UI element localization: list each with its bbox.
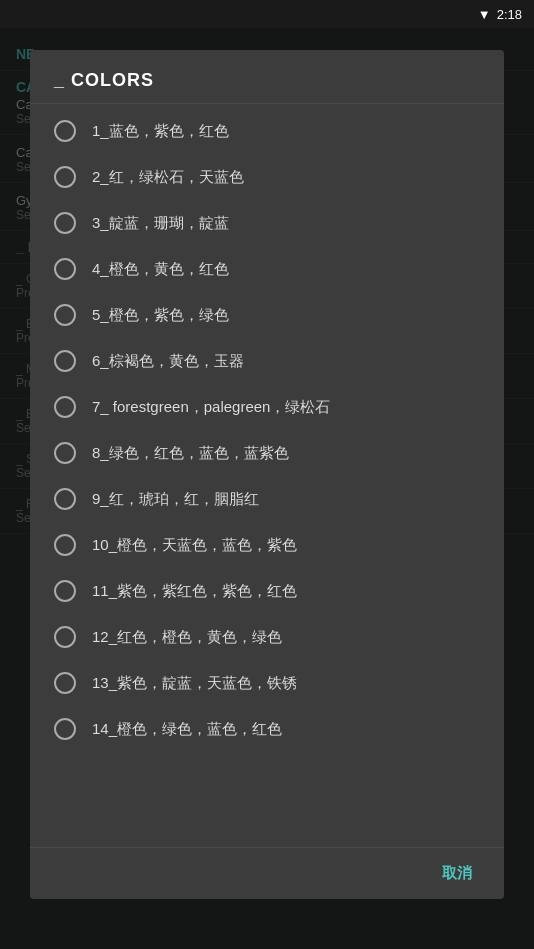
radio-button[interactable] — [54, 350, 76, 372]
color-item-label: 4_橙色，黄色，红色 — [92, 259, 229, 279]
radio-button[interactable] — [54, 258, 76, 280]
color-item-label: 7_ forestgreen，palegreen，绿松石 — [92, 397, 330, 417]
radio-button[interactable] — [54, 442, 76, 464]
color-list-item[interactable]: 7_ forestgreen，palegreen，绿松石 — [30, 384, 504, 430]
color-item-label: 10_橙色，天蓝色，蓝色，紫色 — [92, 535, 297, 555]
color-item-label: 8_绿色，红色，蓝色，蓝紫色 — [92, 443, 289, 463]
cancel-button[interactable]: 取消 — [434, 860, 480, 887]
color-list[interactable]: 1_蓝色，紫色，红色2_红，绿松石，天蓝色3_靛蓝，珊瑚，靛蓝4_橙色，黄色，红… — [30, 104, 504, 847]
color-item-label: 6_棕褐色，黄色，玉器 — [92, 351, 244, 371]
status-bar: ▼ 2:18 — [0, 0, 534, 28]
status-icons: ▼ 2:18 — [478, 7, 522, 22]
radio-button[interactable] — [54, 534, 76, 556]
radio-button[interactable] — [54, 672, 76, 694]
color-list-item[interactable]: 14_橙色，绿色，蓝色，红色 — [30, 706, 504, 752]
color-item-label: 5_橙色，紫色，绿色 — [92, 305, 229, 325]
dialog-title: _ COLORS — [30, 50, 504, 104]
color-item-label: 3_靛蓝，珊瑚，靛蓝 — [92, 213, 229, 233]
color-list-item[interactable]: 2_红，绿松石，天蓝色 — [30, 154, 504, 200]
color-list-item[interactable]: 12_红色，橙色，黄色，绿色 — [30, 614, 504, 660]
color-picker-dialog: _ COLORS 1_蓝色，紫色，红色2_红，绿松石，天蓝色3_靛蓝，珊瑚，靛蓝… — [30, 50, 504, 899]
time-display: 2:18 — [497, 7, 522, 22]
color-list-item[interactable]: 5_橙色，紫色，绿色 — [30, 292, 504, 338]
color-list-item[interactable]: 8_绿色，红色，蓝色，蓝紫色 — [30, 430, 504, 476]
color-list-item[interactable]: 9_红，琥珀，红，胭脂红 — [30, 476, 504, 522]
radio-button[interactable] — [54, 626, 76, 648]
wifi-icon: ▼ — [478, 7, 491, 22]
radio-button[interactable] — [54, 396, 76, 418]
color-item-label: 12_红色，橙色，黄色，绿色 — [92, 627, 282, 647]
color-list-item[interactable]: 3_靛蓝，珊瑚，靛蓝 — [30, 200, 504, 246]
color-item-label: 9_红，琥珀，红，胭脂红 — [92, 489, 259, 509]
color-list-item[interactable]: 6_棕褐色，黄色，玉器 — [30, 338, 504, 384]
color-list-item[interactable]: 13_紫色，靛蓝，天蓝色，铁锈 — [30, 660, 504, 706]
color-item-label: 11_紫色，紫红色，紫色，红色 — [92, 581, 297, 601]
color-item-label: 13_紫色，靛蓝，天蓝色，铁锈 — [92, 673, 297, 693]
color-item-label: 1_蓝色，紫色，红色 — [92, 121, 229, 141]
radio-button[interactable] — [54, 120, 76, 142]
color-list-item[interactable]: 1_蓝色，紫色，红色 — [30, 108, 504, 154]
color-list-item[interactable]: 11_紫色，紫红色，紫色，红色 — [30, 568, 504, 614]
radio-button[interactable] — [54, 166, 76, 188]
radio-button[interactable] — [54, 212, 76, 234]
radio-button[interactable] — [54, 718, 76, 740]
color-item-label: 14_橙色，绿色，蓝色，红色 — [92, 719, 282, 739]
dialog-footer: 取消 — [30, 847, 504, 899]
color-list-item[interactable]: 10_橙色，天蓝色，蓝色，紫色 — [30, 522, 504, 568]
radio-button[interactable] — [54, 580, 76, 602]
radio-button[interactable] — [54, 488, 76, 510]
radio-button[interactable] — [54, 304, 76, 326]
color-item-label: 2_红，绿松石，天蓝色 — [92, 167, 244, 187]
color-list-item[interactable]: 4_橙色，黄色，红色 — [30, 246, 504, 292]
